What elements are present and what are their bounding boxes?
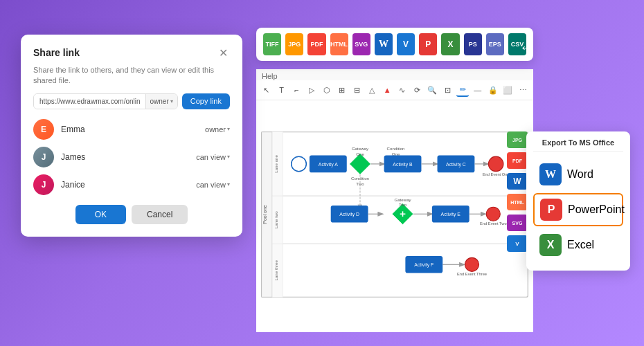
- connect-icon[interactable]: ⟳: [411, 83, 424, 97]
- svg-text:End Event One: End Event One: [483, 172, 510, 176]
- svg-text:Lane three: Lane three: [274, 260, 278, 281]
- angle-icon[interactable]: ⌐: [291, 83, 303, 97]
- svg-point-26: [488, 156, 503, 172]
- svg-text:Activity B: Activity B: [393, 162, 413, 167]
- svg-text:Activity F: Activity F: [414, 262, 433, 268]
- permission-label: owner: [150, 98, 169, 105]
- link-input-wrap: owner ▾: [33, 93, 178, 109]
- collab-role-james[interactable]: can view ▾: [196, 153, 230, 161]
- modal-description: Share the link to others, and they can v…: [33, 65, 230, 86]
- modal-title: Share link: [33, 47, 80, 58]
- avatar-emma: E: [33, 119, 54, 140]
- text-icon[interactable]: T: [276, 83, 288, 97]
- mini-v-btn[interactable]: V: [507, 235, 528, 252]
- collab-role-emma[interactable]: owner ▾: [205, 125, 230, 134]
- share-link-modal: Share link ✕ Share the link to others, a…: [21, 35, 242, 237]
- svg-text:One: One: [392, 152, 400, 156]
- format-ppt-btn[interactable]: P: [419, 33, 437, 55]
- svg-text:Lane two: Lane two: [274, 211, 278, 229]
- close-button[interactable]: ✕: [216, 46, 230, 60]
- word-label: Word: [567, 168, 593, 181]
- format-word-btn[interactable]: W: [375, 33, 393, 55]
- ok-button[interactable]: OK: [75, 205, 126, 224]
- svg-text:Lane one: Lane one: [274, 155, 278, 173]
- more-icon[interactable]: ⋯: [517, 83, 529, 97]
- format-visio-btn[interactable]: V: [397, 33, 415, 55]
- svg-point-43: [486, 207, 500, 221]
- pointer-icon[interactable]: ▷: [305, 83, 318, 97]
- table-icon[interactable]: ⊞: [336, 83, 348, 97]
- svg-text:Two: Two: [399, 202, 407, 207]
- permission-dropdown[interactable]: owner ▾: [145, 94, 177, 109]
- powerpoint-label: PowerPoint: [568, 203, 625, 216]
- mini-jpg-btn[interactable]: JPG: [507, 131, 528, 148]
- format-html-btn[interactable]: HTML: [330, 33, 348, 55]
- avatar-james: J: [33, 147, 54, 167]
- svg-text:End Event Two: End Event Two: [480, 221, 507, 226]
- arrow-indicator: ←: [519, 39, 535, 57]
- svg-text:Activity C: Activity C: [446, 162, 466, 167]
- shape-icon[interactable]: ⬡: [321, 83, 333, 97]
- avatar-janice: J: [33, 174, 54, 195]
- copy-link-button[interactable]: Copy link: [182, 93, 230, 109]
- mini-pdf-btn[interactable]: PDF: [507, 152, 528, 169]
- powerpoint-icon: P: [540, 199, 562, 221]
- cursor-icon[interactable]: ↖: [260, 83, 273, 97]
- svg-text:Activity A: Activity A: [319, 162, 338, 167]
- chevron-down-icon: ▾: [170, 98, 173, 104]
- pen-icon[interactable]: ✏: [456, 83, 469, 97]
- export-ppt-option[interactable]: P PowerPoint: [533, 193, 623, 226]
- zoom-icon[interactable]: ⊡: [441, 83, 454, 97]
- modal-header: Share link ✕: [33, 46, 230, 60]
- help-label: Help: [262, 72, 278, 80]
- excel-icon: X: [539, 234, 562, 256]
- svg-text:Gateway: Gateway: [352, 146, 369, 151]
- svg-text:Pool one: Pool one: [262, 205, 267, 224]
- modal-actions: OK Cancel: [33, 205, 230, 224]
- format-excel-btn[interactable]: X: [441, 33, 459, 55]
- cancel-button[interactable]: Cancel: [132, 205, 188, 224]
- search-icon[interactable]: 🔍: [427, 83, 439, 97]
- link-input[interactable]: [34, 94, 145, 109]
- svg-point-48: [465, 257, 479, 271]
- collab-name-james: James: [61, 152, 196, 162]
- dash-icon[interactable]: —: [472, 83, 484, 97]
- word-icon: W: [539, 163, 562, 185]
- frame-icon[interactable]: ⬜: [502, 83, 515, 97]
- export-panel: Export To MS Office W Word P PowerPoint …: [526, 131, 630, 271]
- svg-text:One: One: [356, 152, 364, 156]
- svg-text:Gateway: Gateway: [394, 197, 411, 202]
- svg-text:End Event Three: End Event Three: [457, 272, 487, 276]
- mini-word-btn[interactable]: W: [507, 173, 528, 190]
- format-ps-btn[interactable]: PS: [464, 33, 482, 55]
- export-excel-option[interactable]: X Excel: [533, 229, 623, 261]
- mini-icons-column: JPG PDF W HTML SVG V: [507, 131, 528, 252]
- mini-html-btn[interactable]: HTML: [507, 194, 528, 210]
- svg-text:Activity D: Activity D: [339, 212, 359, 217]
- format-svg-btn[interactable]: SVG: [352, 33, 370, 55]
- collab-role-janice[interactable]: can view ▾: [196, 181, 230, 189]
- excel-label: Excel: [567, 239, 594, 251]
- collaborator-row-emma: E Emma owner ▾: [33, 119, 230, 140]
- format-eps-btn[interactable]: EPS: [486, 33, 504, 55]
- format-tiff-btn[interactable]: TIFF: [263, 33, 281, 55]
- grid-icon[interactable]: ⊟: [351, 83, 364, 97]
- format-jpg-btn[interactable]: JPG: [285, 33, 303, 55]
- export-panel-title: Export To MS Office: [533, 138, 623, 152]
- lock-icon[interactable]: 🔒: [487, 83, 499, 97]
- line-icon[interactable]: ∿: [396, 83, 409, 97]
- diagram-canvas: Pool one Lane one Lane two Lane three Ac…: [256, 97, 533, 332]
- chevron-icon-3: ▾: [227, 181, 230, 188]
- link-row: owner ▾ Copy link: [33, 93, 230, 109]
- chevron-icon-2: ▾: [227, 154, 230, 160]
- triangle-icon[interactable]: △: [366, 83, 378, 97]
- export-format-toolbar: TIFF JPG PDF HTML SVG W V P X PS EPS CSV: [256, 28, 533, 61]
- mini-svg-btn[interactable]: SVG: [507, 215, 528, 231]
- export-word-option[interactable]: W Word: [533, 158, 623, 190]
- fill-icon[interactable]: ▲: [381, 83, 393, 97]
- svg-text:Condition: Condition: [387, 146, 406, 151]
- chevron-icon: ▾: [227, 126, 230, 132]
- collab-name-janice: Janice: [61, 180, 196, 190]
- format-pdf-btn[interactable]: PDF: [307, 33, 325, 55]
- svg-text:Activity E: Activity E: [441, 212, 461, 217]
